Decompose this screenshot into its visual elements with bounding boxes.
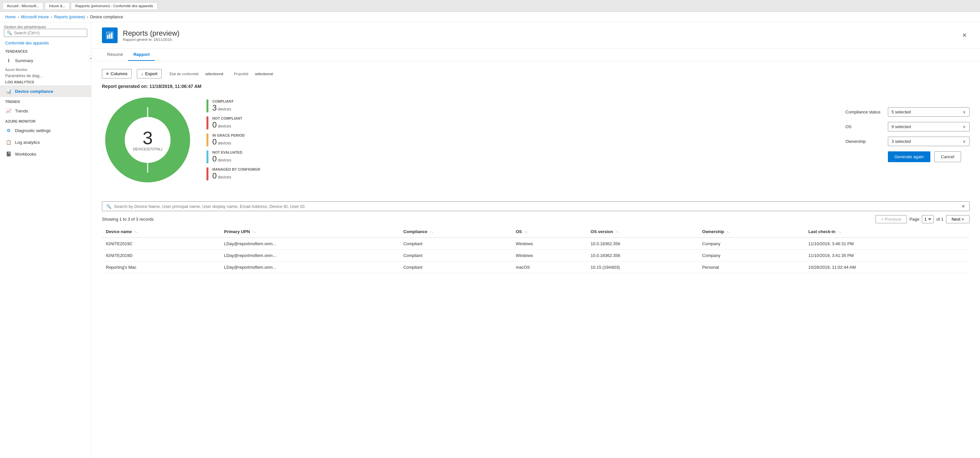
table-cell-2-4: 10.15 (19A603) (587, 262, 698, 273)
col-compliance[interactable]: Compliance ↑↓ (399, 226, 512, 238)
table-cell-0-2: Compliant (399, 238, 512, 250)
table-search-clear[interactable]: ✕ (961, 204, 965, 209)
cancel-button[interactable]: Cancel (934, 152, 961, 162)
columns-button[interactable]: ≡ Columns (102, 69, 132, 78)
sort-icon-device: ↑↓ (134, 230, 137, 234)
legend-status-not-evaluated: NOT EVALUATED (212, 150, 242, 154)
legend-status-compliant: COMPLIANT (212, 99, 234, 103)
col-device-name[interactable]: Device name ↑↓ (102, 226, 220, 238)
reports-icon (105, 31, 115, 40)
breadcrumb-intune[interactable]: Microsoft Intune (21, 15, 49, 19)
sidebar-trends-label: Tendances (0, 47, 91, 54)
report-main-area: 3 DEVICES(TOTAL) COMPLIANT 3 (102, 94, 970, 193)
table-section: 🔍 ✕ Showing 1 to 3 of 3 records < Previo… (102, 201, 970, 273)
sidebar-item-log-analytics[interactable]: 📋 Log analytics (0, 136, 91, 148)
sidebar-item-summary[interactable]: ℹ Summary (0, 54, 91, 66)
col-upn-label: Primary UPN (224, 229, 250, 234)
close-button[interactable]: ✕ (959, 30, 970, 40)
compliance-icon: 📊 (5, 88, 12, 94)
filter-os-label: OS (845, 124, 888, 129)
compliance-status-overlay-label: État de conformité (170, 72, 199, 76)
filter-ownership: Ownership 3 selected ∨ (845, 137, 970, 146)
col-primary-upn[interactable]: Primary UPN ↑↓ (220, 226, 399, 238)
sort-icon-ownership: ↑↓ (727, 230, 730, 234)
col-os[interactable]: OS ↑↓ (512, 226, 587, 238)
col-last-checkin[interactable]: Last check-in ↑↓ (804, 226, 970, 238)
breadcrumb: Home › Microsoft Intune › Reports (previ… (0, 12, 980, 22)
export-label: Export (145, 71, 158, 76)
sidebar-compliance-link[interactable]: Conformité des appareils (0, 40, 91, 47)
chart-legend: COMPLIANT 3 devices NOT COMPLIANT 0 (207, 99, 260, 180)
os-value: 9 selected (891, 124, 911, 129)
report-body: ≡ Columns ↓ Export État de conformité sé… (91, 61, 980, 458)
col-ownership[interactable]: Ownership ↑↓ (698, 226, 805, 238)
export-button[interactable]: ↓ Export (137, 69, 162, 78)
os-dropdown[interactable]: 9 selected ∨ (888, 122, 970, 131)
table-row: IGNITE2019DLDay@reportmsftem.onm...Compl… (102, 250, 970, 262)
sidebar-item-device-compliance[interactable]: 📊 Device compliance (0, 85, 91, 97)
legend-compliant: COMPLIANT 3 devices (207, 99, 260, 112)
table-cell-1-2: Compliant (399, 250, 512, 262)
property-overlay-label: Propriété (234, 72, 248, 76)
ownership-dropdown[interactable]: 3 selected ∨ (888, 137, 970, 146)
data-table: Device name ↑↓ Primary UPN ↑↓ Compliance… (102, 226, 970, 273)
table-cell-2-2: Compliant (399, 262, 512, 273)
columns-icon: ≡ (106, 71, 109, 76)
tab-rapport[interactable]: Rapport (128, 49, 155, 61)
table-header-row: Device name ↑↓ Primary UPN ↑↓ Compliance… (102, 226, 970, 238)
filter-compliance-label: Compliance status (845, 110, 888, 115)
table-search[interactable]: 🔍 ✕ (102, 201, 970, 211)
sidebar-item-diagnostic[interactable]: ⚙ Diagnostic settings (0, 124, 91, 136)
legend-grace-period: IN GRACE PERIOD 0 devices (207, 133, 260, 147)
svg-rect-3 (111, 33, 112, 38)
browser-tab-1[interactable]: Accueil - Microsoft... (3, 2, 43, 9)
sidebar-trends-section2: Trends (0, 97, 91, 105)
legend-unit-not-compliant: devices (218, 124, 231, 128)
browser-tab-2[interactable]: Intune &... (45, 2, 70, 9)
trends-icon: 📈 (5, 108, 12, 114)
table-search-input[interactable] (114, 204, 959, 209)
sidebar-item-workbooks[interactable]: 📓 Workbooks (0, 148, 91, 160)
sidebar-azure-monitor-section: Azure monitor (0, 117, 91, 124)
page-subtitle: Rapport généré le: 18/11/2019. (123, 38, 180, 41)
legend-count-grace: 0 (212, 137, 216, 146)
table-cell-0-0: IGNITE2019C (102, 238, 220, 250)
col-os-version[interactable]: OS version ↑↓ (587, 226, 698, 238)
tab-bar: Résumé Rapport (91, 49, 980, 61)
table-cell-1-5: Company (698, 250, 805, 262)
legend-status-configmgr: MANAGED BY CONFIGMGR (212, 168, 260, 171)
browser-tab-3[interactable]: Rapports (préversion) - Conformité des a… (71, 2, 157, 9)
col-compliance-label: Compliance (403, 229, 428, 234)
sort-icon-compliance: ↑↓ (430, 230, 433, 234)
table-cell-0-4: 10.0.18362.356 (587, 238, 698, 250)
tab-resume[interactable]: Résumé (102, 49, 128, 61)
report-generated: Report generated on: 11/18/2019, 11:06:4… (102, 84, 970, 89)
page-header: Reports (preview) Rapport généré le: 18/… (91, 22, 980, 49)
table-cell-2-5: Personal (698, 262, 805, 273)
legend-count-not-compliant: 0 (212, 120, 216, 129)
filter-ownership-label: Ownership (845, 139, 888, 144)
breadcrumb-reports[interactable]: Reports (preview) (54, 15, 85, 19)
generate-again-button[interactable]: Generate again (888, 152, 930, 162)
compliance-status-dropdown[interactable]: 5 selected ∨ (888, 107, 970, 117)
chevron-down-icon-os: ∨ (963, 124, 966, 129)
sidebar-workbooks-label: Workbooks (15, 152, 36, 156)
col-os-label: OS (516, 229, 522, 234)
previous-button[interactable]: < Previous (875, 215, 907, 223)
filter-compliance-status: Compliance status 5 selected ∨ (845, 107, 970, 117)
main-content: Reports (preview) Rapport généré le: 18/… (91, 22, 980, 458)
search-input[interactable] (14, 31, 84, 35)
next-button[interactable]: Next > (946, 215, 970, 223)
page-select[interactable]: 1 (922, 215, 934, 223)
sidebar-search-box[interactable]: 🔍 (4, 29, 87, 37)
page-title: Reports (preview) (123, 29, 180, 38)
donut-number: 3 (133, 129, 162, 147)
legend-count-not-evaluated: 0 (212, 154, 216, 163)
sidebar-item-trends[interactable]: 📈 Trends (0, 105, 91, 117)
sidebar-device-compliance-label: Device compliance (15, 89, 53, 94)
breadcrumb-home[interactable]: Home (5, 15, 16, 19)
legend-count-configmgr: 0 (212, 171, 216, 180)
search-icon: 🔍 (7, 30, 12, 35)
legend-not-evaluated: NOT EVALUATED 0 devices (207, 150, 260, 163)
records-count: Showing 1 to 3 of 3 records (102, 217, 154, 222)
